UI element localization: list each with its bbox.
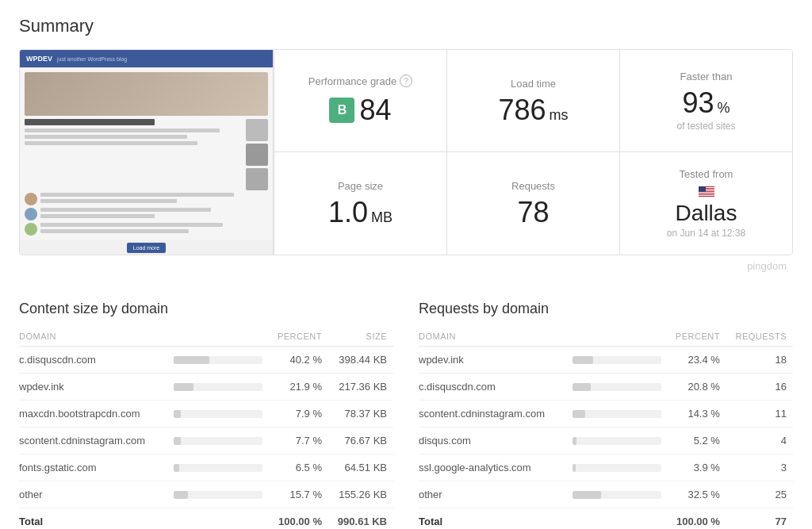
size-cell: 64.51 KB xyxy=(328,454,393,481)
us-flag-icon xyxy=(699,186,714,197)
metrics-grid: Performance grade ? B 84 Load time 786 m… xyxy=(274,50,792,255)
bar-bg xyxy=(174,383,262,391)
domain-cell: disqus.com xyxy=(419,427,573,454)
screenshot-area: WPDEV just another WordPress blog xyxy=(20,50,273,240)
total-bar xyxy=(174,508,269,530)
tested-from-city: Dallas xyxy=(676,201,737,226)
bar-fill xyxy=(174,437,181,445)
domain-cell: other xyxy=(419,481,573,508)
bar-fill xyxy=(174,410,181,418)
bar-fill xyxy=(573,383,591,391)
domain-cell: fonts.gstatic.com xyxy=(19,454,174,481)
bar-cell xyxy=(174,454,269,481)
mock-thumb-1 xyxy=(246,119,268,141)
percent-cell: 5.2 % xyxy=(668,427,726,454)
mock-line-3 xyxy=(40,208,211,212)
bar-bg xyxy=(573,491,661,499)
mock-text-2 xyxy=(25,135,187,139)
total-row: Total 100.00 % 990.61 KB xyxy=(19,508,393,530)
req-requests-header: REQUESTS xyxy=(726,327,793,347)
requests-title: Requests by domain xyxy=(419,301,793,317)
bar-bg xyxy=(174,437,262,445)
percent-cell: 20.8 % xyxy=(668,374,726,401)
total-bar xyxy=(573,508,668,530)
bar-fill xyxy=(573,491,601,499)
mock-page-content: Load more xyxy=(20,67,273,240)
summary-grid: WPDEV just another WordPress blog xyxy=(19,49,793,255)
requests-table: DOMAIN PERCENT REQUESTS wpdev.ink 23.4 %… xyxy=(419,327,793,529)
req-domain-header: DOMAIN xyxy=(419,327,573,347)
bar-bg xyxy=(573,464,661,472)
mock-hero-image xyxy=(25,72,268,116)
requests-cell: 25 xyxy=(726,481,793,508)
content-size-header: SIZE xyxy=(328,327,393,347)
mock-comment-2 xyxy=(25,208,268,220)
mock-button: Load more xyxy=(127,243,166,253)
table-row: other 32.5 % 25 xyxy=(419,481,793,508)
grade-badge: B xyxy=(329,98,354,123)
bar-cell xyxy=(174,427,269,454)
table-row: fonts.gstatic.com 6.5 % 64.51 KB xyxy=(19,454,393,481)
content-size-title: Content size by domain xyxy=(19,301,393,317)
faster-than-sub: of tested sites xyxy=(676,121,735,132)
mock-thumb-3 xyxy=(246,168,268,190)
performance-grade-label: Performance grade ? xyxy=(308,75,412,87)
percent-cell: 21.9 % xyxy=(269,374,328,401)
website-screenshot: WPDEV just another WordPress blog xyxy=(20,50,274,255)
requests-label: Requests xyxy=(511,180,555,192)
domain-cell: wpdev.ink xyxy=(19,374,174,401)
total-domain: Total xyxy=(19,508,174,530)
metric-tested-from: Tested from Dallas on Jun 14 at 12:38 xyxy=(619,152,792,255)
bar-cell xyxy=(573,347,668,374)
bar-fill xyxy=(573,464,576,472)
total-domain: Total xyxy=(419,508,573,530)
tested-from-label: Tested from xyxy=(680,168,733,180)
mock-comment-1 xyxy=(25,193,268,205)
percent-cell: 23.4 % xyxy=(668,347,726,374)
domain-cell: c.disquscdn.com xyxy=(419,374,573,401)
browser-subtitle: just another WordPress blog xyxy=(57,56,127,62)
req-percent-header: PERCENT xyxy=(668,327,726,347)
pingdom-branding: pingdom xyxy=(19,257,793,275)
size-cell: 398.44 KB xyxy=(328,347,393,374)
domain-cell: maxcdn.bootstrapcdn.com xyxy=(19,401,174,427)
mock-avatar-1 xyxy=(25,193,37,205)
requests-cell: 4 xyxy=(726,427,793,454)
grade-number: 84 xyxy=(359,94,391,127)
bar-bg xyxy=(174,410,262,418)
help-icon[interactable]: ? xyxy=(400,75,412,87)
domain-cell: scontent.cdninstagram.com xyxy=(19,427,174,454)
content-size-tfoot: Total 100.00 % 990.61 KB xyxy=(19,508,393,530)
mock-line-5 xyxy=(40,223,223,227)
requests-header-row: DOMAIN PERCENT REQUESTS xyxy=(419,327,793,347)
domain-cell: scontent.cdninstagram.com xyxy=(419,401,573,427)
domain-cell: wpdev.ink xyxy=(419,347,573,374)
mock-comment-3 xyxy=(25,223,268,236)
percent-cell: 3.9 % xyxy=(668,454,726,481)
table-row: scontent.cdninstagram.com 7.7 % 76.67 KB xyxy=(19,427,393,454)
size-cell: 78.37 KB xyxy=(328,401,393,427)
requests-cell: 18 xyxy=(726,347,793,374)
bar-cell xyxy=(573,401,668,427)
bar-cell xyxy=(573,481,668,508)
percent-cell: 6.5 % xyxy=(269,454,328,481)
total-row: Total 100.00 % 77 xyxy=(419,508,793,530)
mock-line-1 xyxy=(40,193,234,197)
table-row: ssl.google-analytics.com 3.9 % 3 xyxy=(419,454,793,481)
bar-fill xyxy=(174,356,209,364)
mock-thumb-2 xyxy=(246,144,268,166)
tested-from-flag xyxy=(699,186,714,201)
bar-bg xyxy=(174,491,262,499)
page-title: Summary xyxy=(19,16,793,36)
percent-cell: 15.7 % xyxy=(269,481,328,508)
size-cell: 76.67 KB xyxy=(328,427,393,454)
table-row: wpdev.ink 23.4 % 18 xyxy=(419,347,793,374)
req-bar-header xyxy=(573,327,668,347)
table-row: scontent.cdninstagram.com 14.3 % 11 xyxy=(419,401,793,427)
total-requests: 77 xyxy=(726,508,793,530)
content-size-header-row: DOMAIN PERCENT SIZE xyxy=(19,327,393,347)
content-size-tbody: c.disquscdn.com 40.2 % 398.44 KB wpdev.i… xyxy=(19,347,393,508)
table-row: wpdev.ink 21.9 % 217.36 KB xyxy=(19,374,393,401)
metric-performance-grade: Performance grade ? B 84 xyxy=(274,50,446,152)
bar-fill xyxy=(573,410,585,418)
